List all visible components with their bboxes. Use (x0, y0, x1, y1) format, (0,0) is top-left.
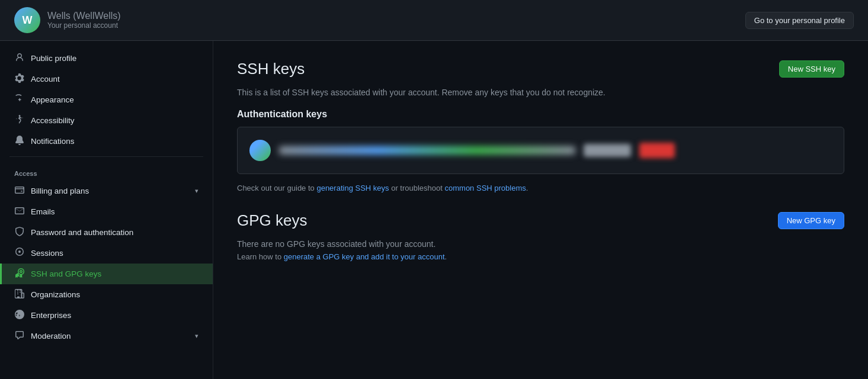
sidebar-item-accessibility[interactable]: Accessibility (0, 110, 213, 131)
sidebar-label-public-profile: Public profile (31, 54, 76, 63)
user-details: Wells (WellWells) Your personal account (47, 11, 121, 30)
sidebar-item-sessions[interactable]: Sessions (0, 243, 213, 264)
main-layout: Public profile Account Appearance Access… (0, 41, 868, 379)
sidebar-item-account[interactable]: Account (0, 69, 213, 89)
new-ssh-key-button[interactable]: New SSH key (779, 60, 844, 78)
key-avatar (249, 140, 271, 161)
gear-icon (14, 73, 25, 85)
sidebar-item-ssh-gpg[interactable]: SSH and GPG keys (0, 264, 213, 284)
gpg-section-title: GPG keys (237, 211, 307, 230)
sidebar-label-accessibility: Accessibility (31, 116, 75, 125)
organization-icon (14, 289, 25, 300)
ssh-section-title: SSH keys (237, 60, 305, 78)
profile-button[interactable]: Go to your personal profile (745, 12, 854, 29)
sidebar-label-appearance: Appearance (31, 95, 74, 104)
key-delete-button-blurred (639, 143, 675, 158)
accessibility-icon (14, 115, 25, 126)
sidebar-label-notifications: Notifications (31, 137, 75, 146)
access-section-label: Access (0, 162, 213, 181)
ssh-guide-text: Check out our guide to generating SSH ke… (237, 184, 844, 192)
gpg-keys-section: GPG keys New GPG key There are no GPG ke… (237, 211, 844, 261)
sidebar-item-password[interactable]: Password and authentication (0, 222, 213, 243)
chevron-down-icon: ▾ (195, 187, 198, 195)
sidebar-item-organizations[interactable]: Organizations (0, 284, 213, 305)
creditcard-icon (14, 185, 25, 197)
user-icon (14, 53, 25, 64)
gpg-section-header: GPG keys New GPG key (237, 211, 844, 230)
sidebar-label-ssh-gpg: SSH and GPG keys (31, 269, 101, 278)
generating-ssh-keys-link[interactable]: generating SSH keys (316, 184, 389, 192)
sidebar-item-notifications[interactable]: Notifications (0, 131, 213, 152)
generate-gpg-key-link[interactable]: generate a GPG key and add it to your ac… (284, 252, 445, 261)
ssh-keys-section: SSH keys New SSH key This is a list of S… (237, 60, 844, 192)
avatar: W (14, 7, 40, 33)
top-header: W Wells (WellWells) Your personal accoun… (0, 0, 868, 41)
key-blurred-badge (584, 144, 631, 157)
sidebar-label-emails: Emails (31, 207, 55, 216)
common-ssh-problems-link[interactable]: common SSH problems (445, 184, 526, 192)
sidebar-label-billing: Billing and plans (31, 187, 89, 195)
sidebar-item-billing[interactable]: Billing and plans ▾ (0, 181, 213, 201)
paintbrush-icon (14, 94, 25, 105)
bell-icon (14, 136, 25, 147)
key-blurred-name (279, 146, 575, 155)
account-subtitle: Your personal account (47, 21, 121, 30)
shield-icon (14, 227, 25, 238)
chevron-down-icon: ▾ (195, 332, 198, 340)
globe-icon (14, 310, 25, 321)
sidebar: Public profile Account Appearance Access… (0, 41, 213, 379)
sidebar-item-enterprises[interactable]: Enterprises (0, 305, 213, 326)
sidebar-label-moderation: Moderation (31, 332, 71, 341)
gpg-learn-text: Learn how to generate a GPG key and add … (237, 252, 844, 261)
mail-icon (14, 206, 25, 217)
sidebar-label-organizations: Organizations (31, 290, 80, 299)
sidebar-label-account: Account (31, 75, 60, 83)
sidebar-divider (9, 156, 203, 157)
comment-icon (14, 330, 25, 342)
ssh-key-entry (237, 127, 844, 174)
header-user-info: W Wells (WellWells) Your personal accoun… (14, 7, 121, 33)
sidebar-label-password: Password and authentication (31, 228, 133, 237)
sidebar-label-enterprises: Enterprises (31, 311, 71, 320)
auth-keys-title: Authentication keys (237, 109, 844, 120)
ssh-section-header: SSH keys New SSH key (237, 60, 844, 78)
sidebar-label-sessions: Sessions (31, 249, 63, 258)
main-content: SSH keys New SSH key This is a list of S… (213, 41, 868, 379)
ssh-description: This is a list of SSH keys associated wi… (237, 88, 844, 97)
username: Wells (WellWells) (47, 11, 121, 21)
new-gpg-key-button[interactable]: New GPG key (778, 212, 844, 229)
sidebar-item-emails[interactable]: Emails (0, 201, 213, 222)
sidebar-item-moderation[interactable]: Moderation ▾ (0, 326, 213, 346)
key-icon (14, 268, 25, 280)
sidebar-item-public-profile[interactable]: Public profile (0, 48, 213, 69)
no-gpg-text: There are no GPG keys associated with yo… (237, 239, 844, 249)
radio-tower-icon (14, 248, 25, 259)
sidebar-item-appearance[interactable]: Appearance (0, 89, 213, 110)
